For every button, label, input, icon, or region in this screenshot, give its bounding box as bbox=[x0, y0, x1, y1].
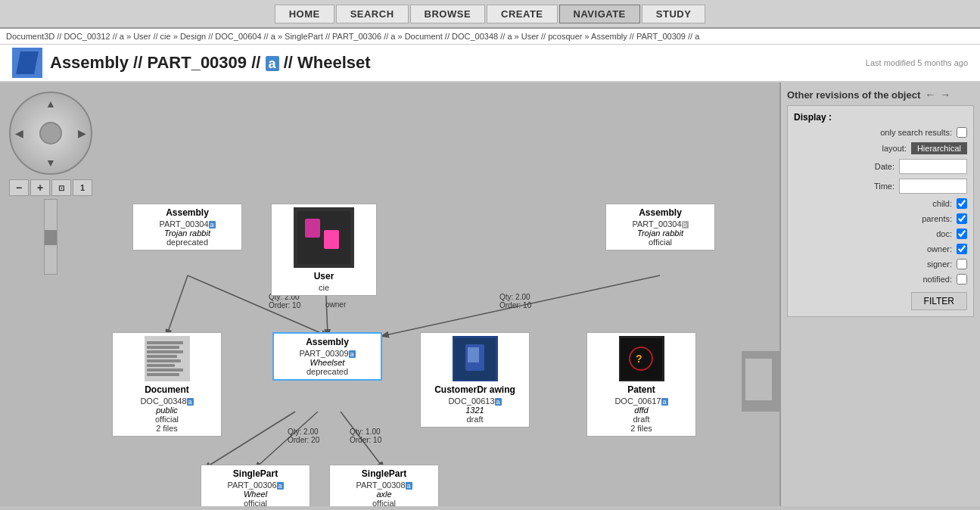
signer-label: signer: bbox=[927, 260, 952, 269]
nav-create[interactable]: CREATE bbox=[487, 5, 557, 23]
document-thumbnail bbox=[145, 336, 190, 381]
rev-right-arrow[interactable]: → bbox=[940, 89, 950, 101]
node-id: PART_00309a bbox=[278, 349, 376, 358]
svg-text:?: ? bbox=[636, 353, 642, 365]
nav-study[interactable]: STUDY bbox=[642, 5, 706, 23]
right-side-thumbnail bbox=[742, 351, 779, 412]
nav-left-arrow[interactable]: ◀ bbox=[15, 127, 23, 139]
node-name: Trojan rabbit bbox=[138, 229, 237, 238]
time-input[interactable] bbox=[899, 179, 967, 194]
node-type: SinglePart bbox=[334, 468, 434, 479]
zoom-slider[interactable] bbox=[44, 199, 58, 275]
node-extra: 2 files bbox=[117, 424, 216, 433]
user-node[interactable]: User cie bbox=[271, 204, 377, 296]
signer-checkbox[interactable] bbox=[957, 259, 967, 269]
edge-label-ord2: Order: 10 bbox=[499, 301, 531, 309]
edge-label-owner: owner bbox=[325, 300, 346, 309]
node-id: DOC_00617a bbox=[592, 396, 691, 406]
zoom-plus[interactable]: + bbox=[30, 179, 50, 196]
node-id: DOC_00613a bbox=[425, 396, 524, 406]
breadcrumb: Document3D // DOC_00312 // a » User // c… bbox=[0, 29, 980, 45]
notified-checkbox[interactable] bbox=[957, 274, 967, 285]
last-modified: Last modified 5 months ago bbox=[866, 58, 968, 67]
filter-button[interactable]: FILTER bbox=[911, 292, 967, 310]
node-name: dffd bbox=[592, 406, 691, 415]
document-node[interactable]: Document DOC_00348a public official 2 fi… bbox=[112, 332, 222, 437]
assembly-icon bbox=[16, 51, 39, 74]
nav-center-button[interactable] bbox=[39, 122, 62, 145]
doc-label: doc: bbox=[936, 229, 952, 238]
signer-row: signer: bbox=[794, 259, 967, 269]
layout-label: layout: bbox=[882, 144, 907, 153]
assembly-top-left-node[interactable]: Assembly PART_00304a Trojan rabbit depre… bbox=[132, 204, 242, 250]
owner-row: owner: bbox=[794, 244, 967, 254]
svg-rect-10 bbox=[324, 230, 339, 249]
node-status: official bbox=[117, 415, 216, 424]
customer-drawing-node[interactable]: CustomerDr awing DOC_00613a 1321 draft bbox=[420, 332, 530, 428]
edge-label-qty3: Qty: 2.00 bbox=[288, 428, 319, 436]
nav-search[interactable]: SEARCH bbox=[336, 5, 409, 23]
node-id: PART_00308a bbox=[334, 480, 434, 490]
nav-circle[interactable]: ▲ ▼ ◀ ▶ bbox=[9, 92, 92, 175]
zoom-one[interactable]: 1 bbox=[73, 179, 92, 196]
node-status: draft bbox=[425, 415, 524, 424]
node-status: deprecated bbox=[278, 367, 376, 376]
owner-label: owner: bbox=[927, 244, 952, 253]
date-row: Date: bbox=[794, 159, 967, 174]
page-header: Assembly // PART_00309 // a // Wheelset … bbox=[0, 45, 980, 82]
node-name: public bbox=[117, 406, 216, 415]
node-type: Patent bbox=[592, 384, 691, 395]
time-label: Time: bbox=[874, 182, 894, 191]
parents-row: parents: bbox=[794, 213, 967, 224]
nav-right-arrow[interactable]: ▶ bbox=[78, 127, 86, 139]
nav-down-arrow[interactable]: ▼ bbox=[45, 157, 56, 169]
singlepart-left-node[interactable]: SinglePart PART_00306a Wheel official bbox=[201, 465, 310, 506]
header-title-area: Assembly // PART_00309 // a // Wheelset bbox=[12, 48, 371, 78]
only-search-checkbox[interactable] bbox=[957, 127, 967, 138]
layout-button[interactable]: Hierarchical bbox=[911, 142, 967, 154]
nav-controls[interactable]: ▲ ▼ ◀ ▶ bbox=[9, 92, 92, 175]
child-row: child: bbox=[794, 198, 967, 209]
svg-line-7 bbox=[166, 275, 188, 336]
patent-thumbnail: ? bbox=[619, 336, 664, 381]
date-input[interactable] bbox=[899, 159, 967, 174]
parents-label: parents: bbox=[922, 214, 952, 223]
time-row: Time: bbox=[794, 179, 967, 194]
top-nav: HOME SEARCH BROWSE CREATE NAVIGATE STUDY bbox=[0, 0, 980, 29]
zoom-minus[interactable]: − bbox=[9, 179, 29, 196]
doc-checkbox[interactable] bbox=[957, 229, 967, 239]
patent-node[interactable]: ? Patent DOC_00617a dffd draft 2 files bbox=[586, 332, 696, 437]
node-type: Document bbox=[117, 384, 216, 395]
rev-left-arrow[interactable]: ← bbox=[925, 89, 935, 101]
date-label: Date: bbox=[875, 162, 894, 171]
node-type: Assembly bbox=[611, 207, 710, 218]
right-thumb-svg bbox=[742, 351, 779, 412]
edge-label-ord4: Order: 10 bbox=[350, 436, 381, 444]
nav-up-arrow[interactable]: ▲ bbox=[45, 98, 56, 110]
zoom-thumb[interactable] bbox=[45, 230, 57, 245]
layout-row: layout: Hierarchical bbox=[794, 142, 967, 154]
zoom-buttons-row: − + ⊡ 1 bbox=[9, 179, 92, 196]
title-badge: a bbox=[266, 56, 279, 71]
node-type: Assembly bbox=[278, 337, 376, 347]
nav-browse[interactable]: BROWSE bbox=[410, 5, 486, 23]
child-checkbox[interactable] bbox=[957, 198, 967, 209]
notified-row: notified: bbox=[794, 274, 967, 285]
node-type: CustomerDr awing bbox=[425, 384, 524, 395]
assembly-top-right-node[interactable]: Assembly PART_00304b Trojan rabbit offic… bbox=[605, 204, 715, 250]
user-thumbnail-svg bbox=[297, 211, 350, 264]
user-id: cie bbox=[276, 283, 372, 292]
edge-label-ord1: Order: 10 bbox=[269, 301, 300, 309]
right-panel: Other revisions of the object ← → Displa… bbox=[779, 82, 980, 506]
revisions-header: Other revisions of the object ← → bbox=[787, 89, 974, 101]
singlepart-right-node[interactable]: SinglePart PART_00308a axle official bbox=[329, 465, 439, 506]
parents-checkbox[interactable] bbox=[957, 213, 967, 224]
node-id: PART_00306a bbox=[206, 480, 305, 490]
nav-navigate[interactable]: NAVIGATE bbox=[559, 5, 640, 23]
assembly-center-node[interactable]: Assembly PART_00309a Wheelset deprecated bbox=[272, 332, 382, 381]
owner-checkbox[interactable] bbox=[957, 244, 967, 254]
canvas-area[interactable]: ▲ ▼ ◀ ▶ − + ⊡ 1 bbox=[0, 82, 779, 506]
nav-home[interactable]: HOME bbox=[275, 5, 334, 23]
display-title: Display : bbox=[794, 112, 967, 123]
zoom-fit[interactable]: ⊡ bbox=[51, 179, 71, 196]
